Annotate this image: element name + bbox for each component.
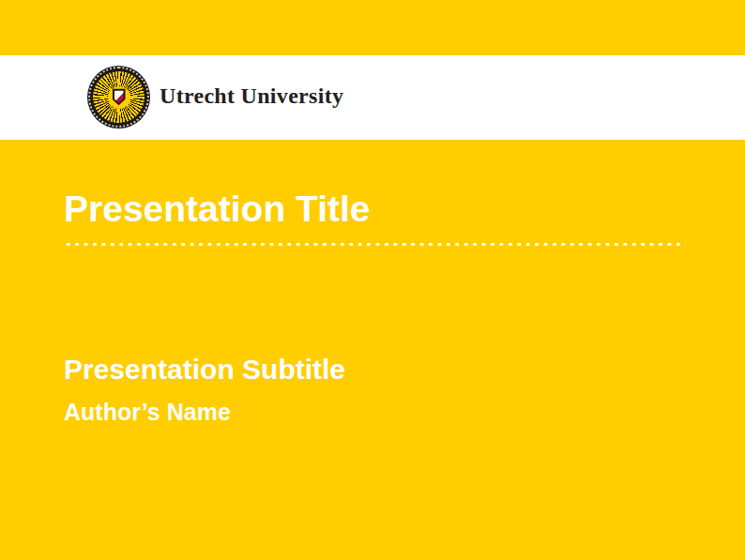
presentation-subtitle: Presentation Subtitle [64, 356, 345, 384]
author-name: Author’s Name [64, 401, 231, 424]
top-accent-bar [0, 0, 745, 55]
logo-center-disc [108, 86, 130, 109]
university-wordmark: Utrecht University [160, 84, 343, 107]
dotted-divider [64, 242, 682, 247]
title-slide: Utrecht University Presentation Title Pr… [0, 0, 745, 560]
presentation-title: Presentation Title [64, 190, 371, 227]
logo-band: Utrecht University [0, 55, 745, 140]
logo-shield-icon [113, 88, 126, 105]
logo-shield-fill [114, 90, 124, 103]
utrecht-university-logo-icon [87, 66, 150, 129]
